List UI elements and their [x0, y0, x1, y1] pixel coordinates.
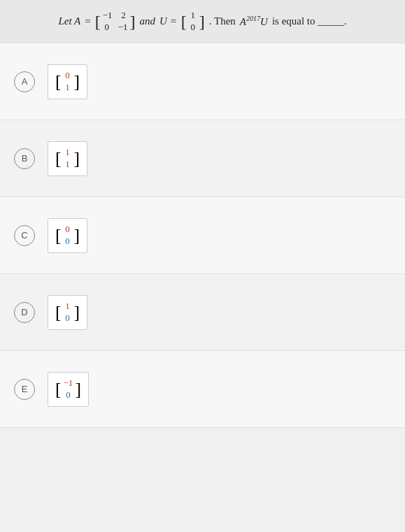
matrix-A-row1: −1 2: [103, 10, 128, 21]
option-B-matrix-box: [ 1 1 ]: [48, 141, 87, 176]
and-text: and: [140, 15, 156, 27]
bracket-left: [: [55, 150, 62, 168]
bracket-left-A: [: [95, 13, 101, 30]
options-container: A [ 0 1 ] B [: [0, 43, 405, 428]
cell-1: 0: [64, 312, 72, 324]
matrix-A: [ −1 2 0 −1 ]: [95, 10, 136, 33]
option-E-matrix: [ −1 0 ]: [55, 378, 81, 401]
matrix-A-row2: 0 −1: [103, 22, 128, 33]
option-A-matrix-box: [ 0 1 ]: [48, 64, 87, 99]
U-cell-0: 1: [189, 10, 197, 21]
matrix-U-row2: 0: [189, 22, 197, 33]
cell-0: −1: [64, 378, 73, 389]
bracket-right: ]: [74, 150, 80, 168]
option-B-row[interactable]: B [ 1 1 ]: [0, 120, 405, 197]
option-C-matrix: [ 0 0 ]: [55, 224, 80, 247]
row2: 1: [64, 159, 72, 170]
matrix-U: [ 1 0 ]: [181, 10, 205, 33]
A-cell-01: 2: [120, 10, 128, 21]
matrix-content: 1 0: [62, 301, 74, 324]
question-header: Let A = [ −1 2 0 −1 ] and U = [: [0, 0, 405, 43]
cell-0: 0: [64, 224, 72, 235]
bracket-right-A: ]: [130, 13, 136, 30]
cell-1: 1: [64, 82, 72, 93]
matrix-U-row1: 1: [189, 10, 197, 21]
option-C-row[interactable]: C [ 0 0 ]: [0, 197, 405, 274]
period-then: . Then: [209, 15, 236, 27]
bracket-left: [: [55, 227, 62, 245]
exponent: 2017: [246, 15, 260, 22]
matrix-U-content: 1 0: [187, 10, 199, 33]
row1: 1: [64, 301, 72, 312]
cell-1: 0: [64, 236, 72, 247]
A-cell-00: −1: [103, 10, 113, 21]
cell-1: 0: [64, 389, 72, 401]
option-A-label: A: [14, 71, 35, 92]
matrix-content: 0 1: [62, 70, 74, 93]
row2: 0: [64, 312, 72, 324]
equals-sign: =: [85, 15, 90, 27]
A-cell-11: −1: [118, 22, 128, 33]
bracket-left: [: [55, 303, 62, 322]
option-C-matrix-box: [ 0 0 ]: [48, 218, 87, 253]
bracket-right: ]: [74, 303, 80, 322]
option-A-matrix: [ 0 1 ]: [55, 70, 80, 93]
option-D-row[interactable]: D [ 1 0 ]: [0, 274, 405, 351]
matrix-content: 0 0: [62, 224, 74, 247]
option-E-label: E: [14, 379, 35, 400]
is-equal-text: is equal to _____.: [272, 15, 347, 27]
bracket-right: ]: [74, 227, 80, 245]
bracket-left: [: [55, 73, 62, 91]
option-E-matrix-box: [ −1 0 ]: [48, 372, 89, 407]
let-text: Let A: [58, 15, 80, 27]
bracket-left: [: [55, 380, 62, 398]
option-B-matrix: [ 1 1 ]: [55, 147, 80, 170]
row1: 1: [64, 147, 72, 158]
option-A-row[interactable]: A [ 0 1 ]: [0, 43, 405, 120]
row2: 1: [64, 82, 72, 93]
U-label: U =: [159, 15, 177, 27]
matrix-content: 1 1: [62, 147, 74, 170]
power-expression: A2017U: [240, 15, 268, 28]
bracket-right: ]: [75, 380, 81, 398]
cell-1: 1: [64, 159, 72, 170]
cell-0: 0: [64, 70, 72, 81]
bracket-right: ]: [74, 73, 80, 91]
row1: −1: [64, 378, 73, 389]
row2: 0: [64, 236, 72, 247]
row1: 0: [64, 224, 72, 235]
option-C-label: C: [14, 225, 35, 246]
cell-0: 1: [64, 301, 72, 312]
matrix-content: −1 0: [62, 378, 76, 401]
option-D-label: D: [14, 302, 35, 323]
bracket-left-U: [: [181, 13, 187, 30]
question-text: Let A = [ −1 2 0 −1 ] and U = [: [58, 10, 346, 33]
option-D-matrix: [ 1 0 ]: [55, 301, 80, 324]
cell-0: 1: [64, 147, 72, 158]
U-cell-1: 0: [189, 22, 197, 33]
bracket-right-U: ]: [199, 13, 205, 30]
A-cell-10: 0: [103, 22, 111, 33]
option-B-label: B: [14, 148, 35, 169]
row1: 0: [64, 70, 72, 81]
option-D-matrix-box: [ 1 0 ]: [48, 295, 87, 330]
matrix-A-content: −1 2 0 −1: [101, 10, 130, 33]
row2: 0: [64, 389, 72, 401]
option-E-row[interactable]: E [ −1 0 ]: [0, 351, 405, 428]
